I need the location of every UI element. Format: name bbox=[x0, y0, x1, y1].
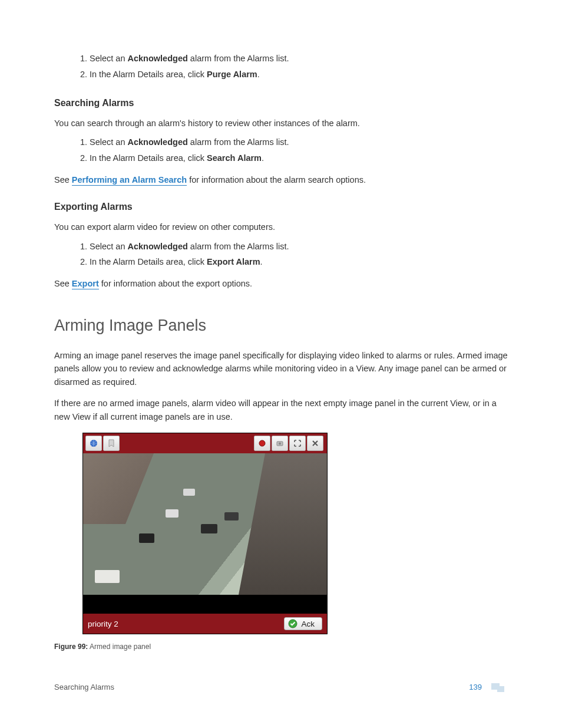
link-performing-alarm-search[interactable]: Performing an Alarm Search bbox=[72, 175, 187, 186]
purge-step-1: Select an Acknowledged alarm from the Al… bbox=[90, 51, 508, 67]
fullscreen-icon[interactable] bbox=[289, 436, 306, 451]
panel-status-bar: priority 2 Ack bbox=[83, 614, 327, 634]
footer-logo-icon bbox=[491, 683, 508, 691]
armed-image-panel: priority 2 Ack bbox=[82, 433, 328, 634]
globe-icon[interactable] bbox=[85, 436, 102, 451]
heading-searching-alarms: Searching Alarms bbox=[54, 98, 508, 108]
figure-caption: Figure 99: Armed image panel bbox=[54, 643, 508, 651]
figure-wrap: priority 2 Ack bbox=[54, 433, 508, 634]
page-footer: Searching Alarms 139 bbox=[54, 683, 508, 691]
searching-steps: Select an Acknowledged alarm from the Al… bbox=[54, 134, 508, 166]
footer-section-title: Searching Alarms bbox=[54, 683, 469, 691]
ack-button-label: Ack bbox=[301, 620, 315, 628]
panel-black-bar bbox=[83, 595, 327, 614]
searching-see: See Performing an Alarm Search for infor… bbox=[54, 173, 508, 186]
arming-p2: If there are no armed image panels, alar… bbox=[54, 397, 508, 423]
exporting-step-1: Select an Acknowledged alarm from the Al… bbox=[90, 239, 508, 255]
heading-exporting-alarms: Exporting Alarms bbox=[54, 202, 508, 212]
exporting-see: See Export for information about the exp… bbox=[54, 277, 508, 290]
purge-step-2: In the Alarm Details area, click Purge A… bbox=[90, 67, 508, 83]
bookmark-icon[interactable] bbox=[103, 436, 120, 451]
svg-point-3 bbox=[279, 443, 281, 445]
exporting-step-2: In the Alarm Details area, click Export … bbox=[90, 254, 508, 270]
document-page: Select an Acknowledged alarm from the Al… bbox=[0, 0, 562, 651]
purge-steps: Select an Acknowledged alarm from the Al… bbox=[54, 51, 508, 83]
exporting-intro: You can export alarm video for review on… bbox=[54, 220, 508, 233]
searching-intro: You can search through an alarm's histor… bbox=[54, 117, 508, 130]
record-icon[interactable] bbox=[254, 436, 270, 451]
ack-button[interactable]: Ack bbox=[284, 617, 322, 630]
panel-video-feed bbox=[83, 453, 327, 595]
searching-step-1: Select an Acknowledged alarm from the Al… bbox=[90, 134, 508, 150]
arming-p1: Arming an image panel reserves the image… bbox=[54, 349, 508, 388]
footer-page-number: 139 bbox=[469, 683, 482, 691]
heading-arming-image-panels: Arming Image Panels bbox=[54, 317, 508, 335]
svg-point-1 bbox=[259, 440, 265, 446]
exporting-steps: Select an Acknowledged alarm from the Al… bbox=[54, 239, 508, 271]
check-circle-icon bbox=[288, 619, 297, 628]
close-icon[interactable] bbox=[307, 436, 323, 451]
panel-priority-label: priority 2 bbox=[88, 620, 284, 628]
panel-toolbar bbox=[83, 433, 327, 453]
searching-step-2: In the Alarm Details area, click Search … bbox=[90, 150, 508, 166]
link-export[interactable]: Export bbox=[72, 279, 99, 289]
snapshot-icon[interactable] bbox=[272, 436, 288, 451]
